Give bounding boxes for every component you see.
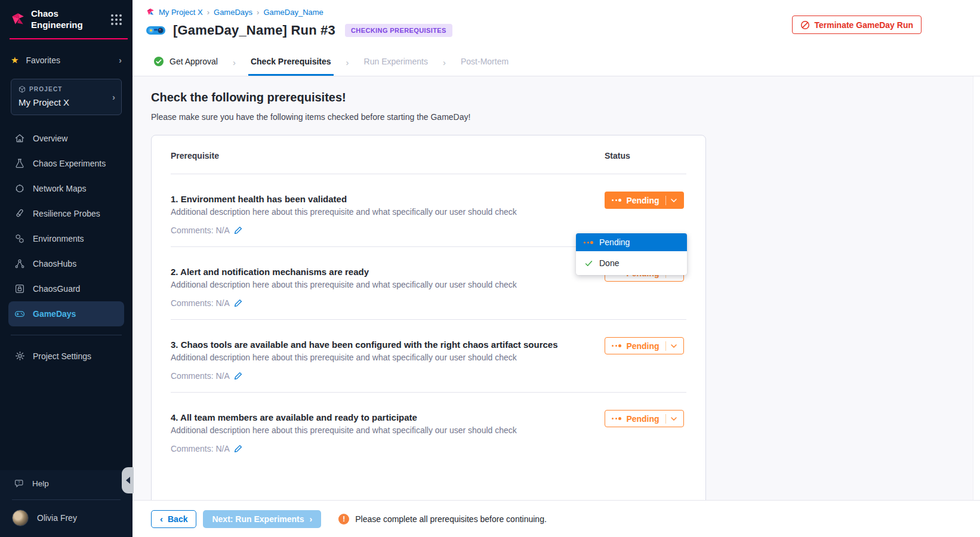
sidebar-bottom: ? Help Olivia Frey — [0, 470, 132, 537]
comments-text: Comments: N/A — [171, 371, 230, 381]
content-subheading: Please make sure you have the following … — [151, 112, 980, 122]
table-header: Prerequisite Status — [171, 135, 686, 174]
guard-lock-icon — [14, 283, 25, 294]
chevron-down-icon — [671, 199, 677, 202]
breadcrumb: My Project X›GameDays›GameDay_Name — [132, 0, 980, 17]
column-prerequisite: Prerequisite — [171, 151, 605, 161]
breadcrumb-separator: › — [257, 8, 259, 17]
breadcrumb-link-gamedays[interactable]: GameDays — [214, 8, 252, 17]
check-circle-icon — [153, 56, 164, 67]
sidebar-item-project-settings[interactable]: Project Settings — [8, 344, 124, 369]
sidebar-item-chaosguard[interactable]: ChaosGuard — [8, 276, 124, 301]
user-menu[interactable]: Olivia Frey — [0, 502, 132, 537]
prerequisite-title: 3. Chaos tools are available and have be… — [171, 340, 605, 350]
status-dropdown-button[interactable]: Pending — [605, 192, 684, 209]
sidebar-item-environments[interactable]: Environments — [8, 226, 124, 251]
status-dropdown-button[interactable]: Pending — [605, 337, 684, 354]
prerequisite-row: 4. All team members are available and re… — [171, 393, 686, 465]
step-check-prerequisites[interactable]: Check Prerequisites — [248, 48, 334, 76]
edit-comment-pencil-icon[interactable] — [234, 372, 242, 380]
project-eyebrow-label: PROJECT — [29, 86, 63, 92]
chaos-mini-logo-icon — [146, 8, 155, 17]
step-separator-icon: › — [443, 48, 446, 76]
dropdown-option-pending[interactable]: Pending — [576, 233, 687, 251]
step-separator-icon: › — [233, 48, 236, 76]
sidebar-item-label: ChaosGuard — [33, 284, 80, 294]
prerequisite-row: 3. Chaos tools are available and have be… — [171, 320, 686, 393]
pending-dots-icon — [612, 199, 621, 202]
footer-warning: ! Please complete all prerequisites befo… — [338, 514, 547, 524]
prerequisite-description: Additional description here about this p… — [171, 425, 605, 435]
help-label: Help — [32, 479, 49, 488]
prerequisite-title: 2. Alert and notification mechanisms are… — [171, 267, 605, 277]
star-icon: ★ — [11, 55, 19, 66]
sidebar-item-label: GameDays — [33, 309, 76, 319]
sidebar-item-network-maps[interactable]: Network Maps — [8, 176, 124, 201]
sidebar-item-label: Overview — [33, 134, 67, 143]
help-chat-icon: ? — [14, 479, 24, 489]
sidebar-item-chaoshubs[interactable]: ChaosHubs — [8, 251, 124, 276]
sidebar-divider — [11, 335, 122, 335]
next-run-experiments-button[interactable]: Next: Run Experiments › — [203, 510, 321, 528]
prerequisites-card: Prerequisite Status 1. Environment healt… — [151, 135, 706, 505]
prerequisite-title: 4. All team members are available and re… — [171, 412, 605, 422]
pending-dots-icon — [612, 344, 621, 347]
step-run-experiments[interactable]: Run Experiments — [362, 48, 430, 76]
page-header: My Project X›GameDays›GameDay_Name [Game… — [132, 0, 980, 76]
home-icon — [14, 133, 25, 144]
breadcrumb-link-my-project-x[interactable]: My Project X — [159, 8, 203, 17]
warning-icon: ! — [338, 514, 349, 524]
sidebar-nav: OverviewChaos ExperimentsNetwork MapsRes… — [0, 126, 132, 326]
chaos-logo-icon — [10, 12, 25, 27]
sidebar: Chaos Engineering ★ Favorites › PROJECT … — [0, 0, 132, 537]
terminate-gameday-button[interactable]: Terminate GameDay Run — [792, 16, 922, 34]
breadcrumb-link-gameday-name[interactable]: GameDay_Name — [263, 8, 323, 17]
status-dropdown-button[interactable]: Pending — [605, 410, 684, 427]
edit-comment-pencil-icon[interactable] — [234, 226, 242, 234]
content-area: Check the following prerequisites! Pleas… — [132, 76, 980, 537]
warning-text: Please complete all prerequisites before… — [355, 514, 547, 524]
breadcrumb-links: My Project X›GameDays›GameDay_Name — [159, 8, 323, 17]
sidebar-item-gamedays[interactable]: GameDays — [8, 301, 124, 326]
sidebar-item-help[interactable]: ? Help — [0, 470, 132, 497]
pending-dots-icon — [584, 237, 593, 247]
sidebar-item-favorites[interactable]: ★ Favorites › — [0, 53, 132, 68]
sidebar-item-label: Environments — [33, 234, 84, 243]
prerequisite-title: 1. Environment health has been validated — [171, 194, 605, 204]
terminate-label: Terminate GameDay Run — [815, 20, 913, 30]
step-label: Post-Mortem — [461, 57, 509, 66]
dropdown-option-label: Pending — [599, 237, 630, 247]
prerequisite-description: Additional description here about this p… — [171, 353, 605, 362]
prohibit-icon — [800, 20, 810, 30]
done-check-icon — [584, 258, 593, 268]
project-selector[interactable]: PROJECT My Project X › — [11, 79, 122, 115]
sidebar-collapse-handle[interactable] — [122, 467, 134, 493]
status-cell: Pending — [605, 340, 686, 392]
sidebar-item-resilience-probes[interactable]: Resilience Probes — [8, 201, 124, 226]
sidebar-item-overview[interactable]: Overview — [8, 126, 124, 151]
scrollbar-track[interactable] — [973, 76, 980, 500]
step-label: Check Prerequisites — [251, 57, 331, 66]
step-get-approval[interactable]: Get Approval — [151, 48, 220, 76]
step-label: Run Experiments — [364, 57, 428, 66]
edit-comment-pencil-icon[interactable] — [234, 445, 242, 453]
favorites-label: Favorites — [26, 55, 112, 65]
breadcrumb-separator: › — [207, 8, 209, 17]
prerequisite-description: Additional description here about this p… — [171, 280, 605, 289]
prerequisite-description: Additional description here about this p… — [171, 207, 605, 217]
flask-icon — [14, 158, 25, 169]
accent-line — [10, 38, 128, 39]
sidebar-item-label: ChaosHubs — [33, 259, 76, 268]
status-dropdown-menu: PendingDone — [576, 233, 687, 275]
step-separator-icon: › — [346, 48, 349, 76]
status-label: Pending — [626, 341, 659, 351]
table-body: 1. Environment health has been validated… — [171, 174, 686, 465]
back-button[interactable]: ‹ Back — [151, 510, 196, 528]
module-grid-icon[interactable] — [110, 13, 123, 26]
edit-comment-pencil-icon[interactable] — [234, 299, 242, 307]
svg-text:?: ? — [18, 480, 20, 484]
sidebar-item-chaos-experiments[interactable]: Chaos Experiments — [8, 151, 124, 176]
dropdown-option-done[interactable]: Done — [576, 254, 687, 272]
comments-text: Comments: N/A — [171, 226, 230, 235]
step-post-mortem[interactable]: Post-Mortem — [458, 48, 511, 76]
